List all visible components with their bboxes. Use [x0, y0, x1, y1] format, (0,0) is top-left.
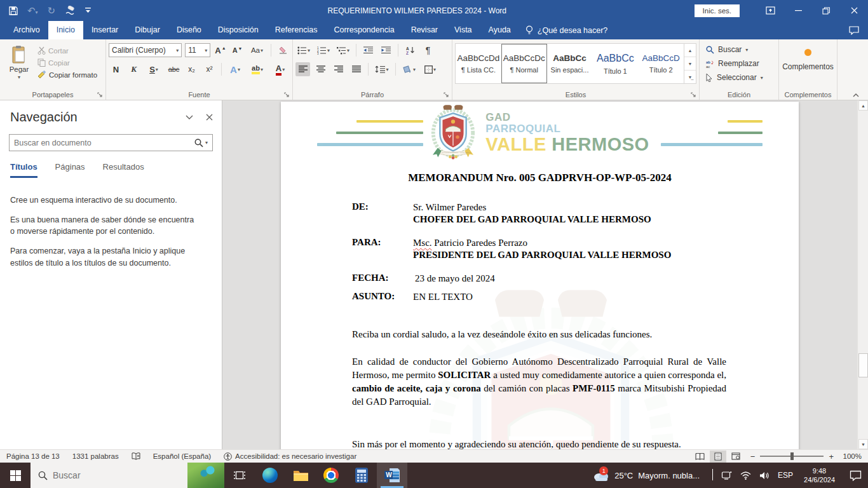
- find-button[interactable]: Buscar▾: [702, 43, 776, 57]
- tab-diseno[interactable]: Diseño: [168, 21, 210, 39]
- weather-widget[interactable]: 1 25°C Mayorm. nubla...: [587, 463, 706, 488]
- search-highlight-image[interactable]: [187, 463, 224, 488]
- language-indicator[interactable]: Español (España): [153, 452, 211, 460]
- scroll-up-icon[interactable]: ▲: [858, 100, 868, 111]
- styles-more-icon[interactable]: ▼̲: [684, 71, 696, 83]
- align-right-button[interactable]: [331, 62, 346, 76]
- strikethrough-button[interactable]: abc: [166, 62, 181, 76]
- volume-icon[interactable]: [759, 471, 770, 480]
- nav-close-icon[interactable]: [206, 114, 213, 121]
- text-effects-button[interactable]: A▾: [226, 62, 244, 76]
- proofing-icon[interactable]: [132, 452, 140, 460]
- nav-tab-resultados[interactable]: Resultados: [103, 162, 144, 178]
- file-explorer-button[interactable]: [285, 463, 316, 488]
- taskbar-search-input[interactable]: [48, 470, 187, 480]
- line-spacing-button[interactable]: ▾: [373, 62, 391, 76]
- ribbon-display-options-icon[interactable]: [756, 0, 784, 21]
- zoom-slider[interactable]: [760, 456, 824, 457]
- styles-scroll-up-icon[interactable]: ▲: [684, 44, 696, 57]
- justify-button[interactable]: [349, 62, 363, 76]
- bold-button[interactable]: N: [109, 62, 123, 76]
- page-indicator[interactable]: Página 13 de 13: [6, 452, 60, 460]
- increase-indent-button[interactable]: [379, 43, 393, 57]
- tab-insertar[interactable]: Insertar: [83, 21, 126, 39]
- style-sin-espaciado[interactable]: AaBbCc Sin espaci...: [547, 44, 593, 83]
- tab-inicio[interactable]: Inicio: [48, 21, 83, 39]
- tab-correspondencia[interactable]: Correspondencia: [325, 21, 402, 39]
- signin-button[interactable]: Inic. ses.: [695, 4, 740, 17]
- minimize-button[interactable]: [784, 0, 812, 21]
- clock[interactable]: 9:48 24/6/2024: [801, 466, 837, 484]
- nav-tab-paginas[interactable]: Páginas: [55, 162, 85, 178]
- chrome-app-button[interactable]: [316, 463, 346, 488]
- qat-customize-icon[interactable]: [85, 8, 91, 13]
- vertical-scrollbar[interactable]: ▲ ▼: [857, 100, 868, 449]
- style-titulo-1[interactable]: AaBbCc Título 1: [592, 44, 638, 83]
- search-icon[interactable]: [194, 139, 203, 147]
- grow-font-button[interactable]: A▲: [214, 43, 227, 57]
- cast-icon[interactable]: [721, 471, 732, 480]
- nav-chevron-down-icon[interactable]: [186, 115, 193, 120]
- underline-button[interactable]: S▾: [144, 62, 163, 76]
- read-mode-icon[interactable]: [692, 451, 709, 463]
- start-button[interactable]: [0, 463, 31, 488]
- scrollbar-thumb[interactable]: [858, 353, 868, 377]
- addins-button[interactable]: Complementos: [782, 43, 834, 71]
- italic-button[interactable]: K: [126, 62, 141, 76]
- edge-app-button[interactable]: [255, 463, 285, 488]
- borders-button[interactable]: ▾: [421, 62, 439, 76]
- styles-scroll-down-icon[interactable]: ▼: [684, 57, 696, 71]
- draw-eraser-icon[interactable]: [65, 6, 76, 15]
- font-dialog-launcher-icon[interactable]: [284, 92, 290, 98]
- accessibility-status[interactable]: Accesibilidad: es necesario investigar: [224, 452, 356, 461]
- tab-ayuda[interactable]: Ayuda: [480, 21, 519, 39]
- search-options-icon[interactable]: ▾: [205, 140, 208, 146]
- style-lista-cc[interactable]: AaBbCcDd ¶ Lista CC.: [456, 44, 501, 83]
- tab-dibujar[interactable]: Dibujar: [126, 21, 168, 39]
- align-center-button[interactable]: [313, 62, 328, 76]
- highlight-button[interactable]: ab▾: [247, 62, 268, 76]
- font-family-combo[interactable]: Calibri (Cuerpo)▾: [109, 43, 182, 57]
- tab-disposicion[interactable]: Disposición: [210, 21, 267, 39]
- web-layout-icon[interactable]: [728, 451, 744, 463]
- task-view-button[interactable]: [224, 463, 255, 488]
- shrink-font-button[interactable]: A▼: [231, 43, 245, 57]
- wifi-icon[interactable]: [740, 471, 751, 480]
- styles-dialog-launcher-icon[interactable]: [691, 92, 696, 98]
- tray-expand-icon[interactable]: [712, 470, 713, 481]
- calculator-app-button[interactable]: [346, 463, 377, 488]
- tab-revisar[interactable]: Revisar: [403, 21, 446, 39]
- paste-button[interactable]: Pegar ▾: [3, 43, 36, 88]
- paragraph-dialog-launcher-icon[interactable]: [444, 92, 449, 98]
- zoom-slider-handle[interactable]: [790, 452, 794, 460]
- sort-button[interactable]: AZ: [403, 43, 417, 57]
- nav-search-box[interactable]: ▾: [9, 134, 213, 151]
- clipboard-dialog-launcher-icon[interactable]: [97, 92, 103, 98]
- tab-vista[interactable]: Vista: [446, 21, 480, 39]
- select-button[interactable]: Seleccionar▾: [702, 71, 776, 85]
- format-painter-button[interactable]: Copiar formato: [36, 69, 99, 80]
- zoom-level[interactable]: 100%: [840, 452, 862, 460]
- change-case-button[interactable]: Aa▾: [247, 43, 266, 57]
- scroll-down-icon[interactable]: ▼: [858, 439, 868, 449]
- tell-me-box[interactable]: ¿Qué desea hacer?: [519, 21, 614, 39]
- action-center-icon[interactable]: [850, 470, 862, 481]
- replace-button[interactable]: abac Reemplazar: [702, 57, 776, 71]
- tab-archivo[interactable]: Archivo: [5, 21, 48, 39]
- numbering-button[interactable]: 123▾: [315, 43, 332, 57]
- taskbar-search-box[interactable]: [31, 463, 224, 488]
- close-button[interactable]: [840, 0, 868, 21]
- bullets-button[interactable]: ▾: [295, 43, 312, 57]
- tab-referencias[interactable]: Referencias: [267, 21, 326, 39]
- shading-button[interactable]: ▾: [400, 62, 418, 76]
- subscript-button[interactable]: x₂: [184, 62, 199, 76]
- font-size-combo[interactable]: 11▾: [185, 43, 210, 57]
- decrease-indent-button[interactable]: [361, 43, 376, 57]
- show-paragraph-marks-button[interactable]: ¶: [421, 43, 435, 57]
- save-icon[interactable]: [9, 6, 18, 15]
- paste-dropdown-icon[interactable]: ▾: [18, 74, 20, 80]
- document-page[interactable]: GAD PARROQUIAL VALLE HERMOSO MEMORANDUM …: [281, 102, 799, 449]
- multilevel-list-button[interactable]: ▾: [335, 43, 351, 57]
- print-layout-icon[interactable]: [710, 451, 726, 463]
- restore-button[interactable]: [812, 0, 840, 21]
